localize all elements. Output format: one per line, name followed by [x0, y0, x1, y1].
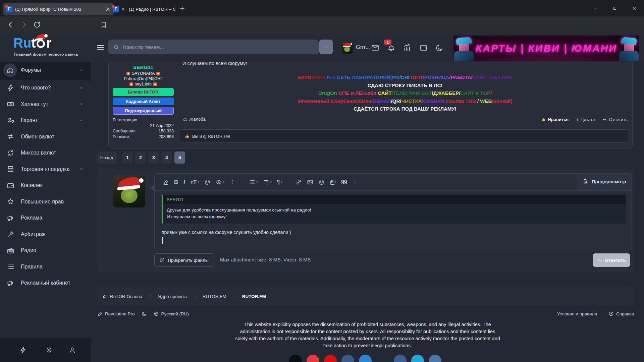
window-close-button[interactable]	[625, 0, 644, 16]
sidebar-item-кошелек[interactable]: Кошелек	[0, 177, 91, 194]
listul-button[interactable]: ▾	[249, 179, 258, 185]
search-icon	[113, 44, 119, 50]
submit-reply-button[interactable]: Ответить	[593, 253, 630, 267]
report-button[interactable]: Жалоба	[182, 117, 206, 122]
sidebar-item-гарант[interactable]: Гарант	[0, 112, 91, 129]
pagination-page-4[interactable]: 4	[161, 152, 172, 164]
bold-button[interactable]: B	[174, 179, 178, 185]
preview-button[interactable]: Предпросмотр	[577, 173, 632, 190]
sidebar-item-торговая-площадка[interactable]: Торговая площадка	[0, 161, 91, 178]
like-button[interactable]: Нравится	[541, 117, 569, 122]
alerts-button[interactable]: 1	[387, 44, 395, 52]
breadcrumb-item[interactable]: RUTOR.FM	[242, 294, 266, 299]
breadcrumb-item[interactable]: RuTOR Основа	[103, 294, 142, 299]
gear-icon[interactable]	[45, 346, 53, 354]
browser-tab-inactive[interactable]: F (1) Радио | RuTOR – главный фор	[111, 3, 177, 15]
sidebar-item-label: Повышение прав	[21, 199, 91, 205]
social-link[interactable]	[341, 355, 354, 362]
pagination-page-5[interactable]: 5	[174, 152, 185, 164]
sidebar-item-форумы[interactable]: Форумы	[0, 62, 91, 78]
window-minimize-button[interactable]	[586, 0, 605, 16]
social-link[interactable]	[307, 355, 319, 362]
smile-button[interactable]	[318, 179, 325, 185]
eraser-button[interactable]	[163, 179, 169, 185]
dotsv-button[interactable]	[229, 179, 236, 185]
aligncenter-button[interactable]: ▾	[263, 179, 272, 185]
language-chooser[interactable]: Русский (RU)	[154, 311, 189, 316]
tab-notification-dot	[112, 5, 115, 8]
sidebar-item-обмен-валют[interactable]: Обмен валют	[0, 129, 91, 145]
back-button[interactable]	[6, 20, 15, 29]
pagination-page-1[interactable]: 1	[122, 152, 133, 164]
menu-toggle-icon[interactable]	[96, 43, 105, 52]
statistics-button[interactable]	[403, 44, 412, 52]
social-link[interactable]	[411, 355, 424, 362]
quote-button[interactable]: + Цитата	[576, 117, 595, 122]
editor-typed-text[interactable]: привык уже с ссылки на форуме слушать уд…	[162, 230, 291, 235]
reactions-bar[interactable]: Вы и dj RuTOR.FM	[180, 129, 628, 143]
messages-button[interactable]	[371, 44, 379, 52]
imageic-button[interactable]	[307, 179, 313, 185]
tab-close-icon[interactable]	[105, 6, 111, 12]
social-link[interactable]	[324, 355, 337, 362]
eyeoff-button[interactable]: ▾	[216, 179, 225, 185]
pagination-page-3[interactable]: 3	[148, 152, 159, 164]
quick-actions-icon[interactable]	[19, 346, 27, 354]
username-link[interactable]: Grrr...	[356, 44, 370, 50]
help-link[interactable]: Справка	[608, 311, 634, 316]
style-chooser[interactable]: Revolution Pro	[97, 311, 135, 316]
reply-button[interactable]: Ответить	[602, 117, 628, 122]
breadcrumb-item[interactable]: RUTOR.FM	[203, 294, 226, 299]
rich-text-editor[interactable]: BIтT▾▾▾▾¶▾99[ ]▾ Предпросмотр SERG11: Др…	[154, 173, 632, 250]
palette-button[interactable]	[204, 179, 211, 185]
account-icon[interactable]	[68, 346, 76, 354]
social-link[interactable]	[376, 355, 389, 362]
sidebar-item-миксер-валют[interactable]: Миксер валют	[0, 145, 91, 161]
fontsize-button[interactable]: тT▾	[191, 179, 199, 185]
browser-tab-bar: F (1) Прямой эфир "С Новым 202 F (1) Рад…	[0, 0, 644, 16]
dotsv-button[interactable]	[352, 179, 358, 185]
social-link[interactable]	[429, 355, 441, 362]
sidebar-item-повышение-прав[interactable]: Повышение прав	[0, 194, 91, 210]
quote99-button[interactable]: 99	[341, 179, 347, 185]
theme-toggle-button[interactable]	[435, 44, 444, 52]
sidebar-item-реклама[interactable]: Реклама	[0, 210, 91, 226]
sidebar-item-радио[interactable]: Радио	[0, 242, 91, 259]
reload-button[interactable]	[33, 20, 41, 29]
social-link[interactable]	[289, 355, 302, 362]
attach-files-button[interactable]: Прикрепить файлы	[154, 253, 214, 267]
breadcrumb-item[interactable]: Ядро проекта	[158, 294, 187, 299]
search-input[interactable]: Поиск по темам...	[108, 40, 319, 54]
browser-tab-active[interactable]: F (1) Прямой эфир "С Новым 202	[3, 3, 114, 15]
new-tab-button[interactable]	[178, 5, 186, 12]
pilcrow-button[interactable]: ¶▾	[277, 179, 282, 185]
sidebar-item-рекламный-кабинет[interactable]: Рекламный кабинет	[0, 275, 91, 291]
advertisement-banner[interactable]: КАРТЫ | КИВИ | ЮМАНИ	[453, 36, 639, 61]
social-link[interactable]	[359, 355, 372, 362]
social-link[interactable]	[394, 355, 407, 362]
forward-button[interactable]	[19, 20, 29, 29]
italic-button[interactable]: I	[183, 179, 185, 185]
signature-line: Мгновенный СбербанкОбмен/ОБНАЛ/QR/ЧИСТКА…	[178, 97, 632, 105]
sidebar-item-арбитраж[interactable]: Арбитраж	[0, 226, 91, 243]
guarant-icon	[7, 117, 14, 124]
gallery-button[interactable]	[330, 179, 336, 185]
author-username[interactable]: SERG11	[109, 64, 178, 70]
user-avatar[interactable]	[341, 42, 353, 54]
pagination-back-button[interactable]: Назад	[97, 152, 117, 164]
wallet-button[interactable]	[419, 44, 428, 52]
window-maximize-button[interactable]	[605, 0, 625, 16]
sidebar-item-правила[interactable]: Правила	[0, 259, 91, 275]
terms-link[interactable]: Условия и правила	[557, 311, 597, 316]
bookmark-icon[interactable]	[100, 21, 108, 29]
sidebar-item-что-нового-[interactable]: Что нового?	[0, 80, 91, 96]
search-options-button[interactable]	[319, 40, 333, 54]
moon-icon[interactable]	[142, 311, 147, 316]
site-logo[interactable]: Rutr	[13, 36, 51, 50]
linkic-button[interactable]	[296, 179, 302, 185]
quote-author[interactable]: SERG11:	[163, 195, 626, 204]
current-user-avatar[interactable]	[113, 175, 145, 207]
tab-notification-dot	[5, 5, 8, 8]
sidebar-item-халява-тут[interactable]: Халява тут	[0, 96, 91, 113]
pagination-page-2[interactable]: 2	[135, 152, 146, 164]
